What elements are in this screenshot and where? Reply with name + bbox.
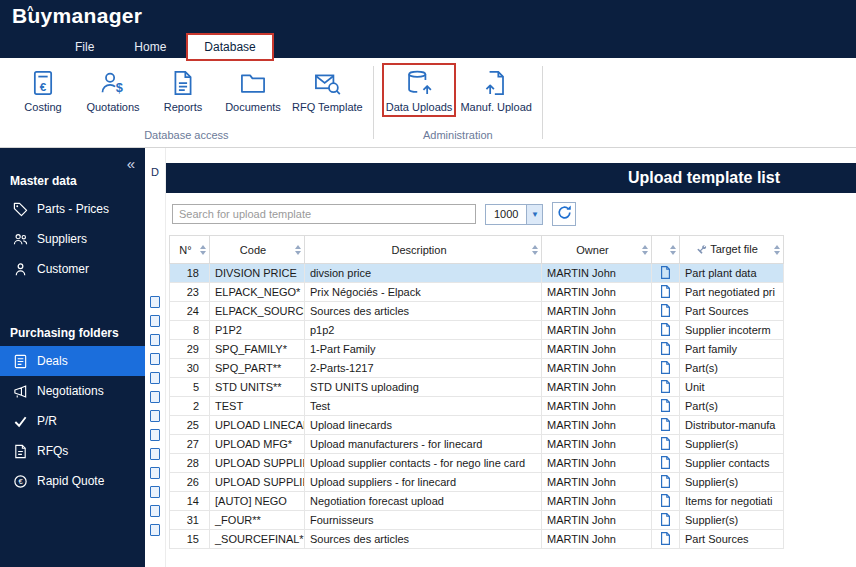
- table-row[interactable]: 30SPQ_PART**2-Parts-1217MARTIN JohnPart(…: [170, 359, 784, 378]
- cell-target-file: Items for negotiati: [680, 492, 784, 511]
- strip-icon[interactable]: [150, 467, 160, 479]
- top-header: Buymanager ^ File Home Database: [0, 0, 856, 58]
- file-icon[interactable]: [660, 285, 671, 298]
- menu-database[interactable]: Database: [186, 33, 273, 61]
- column-header-target-file[interactable]: Target file: [680, 236, 784, 264]
- strip-icon[interactable]: [150, 486, 160, 498]
- ribbon-documents-button[interactable]: Documents: [218, 63, 288, 117]
- cell-file: [652, 321, 680, 340]
- menu-file[interactable]: File: [55, 33, 114, 61]
- sidebar-item-pr[interactable]: P/R: [0, 406, 145, 436]
- table-row[interactable]: 5STD UNITS**STD UNITS uploadingMARTIN Jo…: [170, 378, 784, 397]
- ribbon-reports-button[interactable]: Reports: [148, 63, 218, 117]
- strip-icon[interactable]: [150, 315, 160, 327]
- file-icon[interactable]: [660, 361, 671, 374]
- ribbon-data-uploads-button[interactable]: Data Uploads: [382, 63, 457, 117]
- sidebar-item-rapid-quote[interactable]: € Rapid Quote: [0, 466, 145, 496]
- column-header-description[interactable]: Description: [305, 236, 542, 264]
- sidebar-item-suppliers[interactable]: Suppliers: [0, 224, 145, 254]
- file-icon[interactable]: [660, 494, 671, 507]
- column-header-n[interactable]: N°: [170, 236, 210, 264]
- sidebar-item-parts-prices[interactable]: Parts - Prices: [0, 194, 145, 224]
- cell-owner: MARTIN John: [542, 283, 652, 302]
- file-icon[interactable]: [660, 456, 671, 469]
- strip-icon[interactable]: [150, 410, 160, 422]
- ribbon-quotations-button[interactable]: $ Quotations: [78, 63, 148, 117]
- ribbon-label: Manuf. Upload: [460, 101, 532, 113]
- cell-description: Upload supplier contacts - for nego line…: [305, 454, 542, 473]
- menu-home[interactable]: Home: [114, 33, 186, 61]
- table-row[interactable]: 2TESTTestMARTIN JohnPart(s): [170, 397, 784, 416]
- column-label: Owner: [576, 244, 608, 256]
- cell-target-file: Supplier contacts: [680, 454, 784, 473]
- sidebar-item-negotiations[interactable]: Negotiations: [0, 376, 145, 406]
- file-icon[interactable]: [660, 418, 671, 431]
- file-icon[interactable]: [660, 475, 671, 488]
- table-row[interactable]: 31_FOUR**FournisseursMARTIN JohnSupplier…: [170, 511, 784, 530]
- cell-file: [652, 397, 680, 416]
- table-row[interactable]: 23ELPACK_NEGO*Prix Négociés - ElpackMART…: [170, 283, 784, 302]
- table-row[interactable]: 24ELPACK_SOURCE_Sources des articlesMART…: [170, 302, 784, 321]
- cell-target-file: Unit: [680, 378, 784, 397]
- column-header-owner[interactable]: Owner: [542, 236, 652, 264]
- ribbon-group-administration: Data Uploads Manuf. Upload Administratio…: [374, 58, 542, 147]
- column-header-file[interactable]: [652, 236, 680, 264]
- ribbon-rfq-template-button[interactable]: RFQ Template: [288, 63, 367, 117]
- strip-icon[interactable]: [150, 334, 160, 346]
- file-icon[interactable]: [660, 532, 671, 545]
- table-row[interactable]: 18DIVSION PRICEdivsion priceMARTIN JohnP…: [170, 264, 784, 283]
- ribbon-manuf-upload-button[interactable]: Manuf. Upload: [456, 63, 536, 117]
- column-header-code[interactable]: Code: [210, 236, 305, 264]
- sidebar-item-rfqs[interactable]: RFQs: [0, 436, 145, 466]
- refresh-button[interactable]: [552, 202, 576, 226]
- page-size-select[interactable]: 1000 ▼: [485, 204, 543, 225]
- strip-icon[interactable]: [150, 296, 160, 308]
- file-icon[interactable]: [660, 380, 671, 393]
- table-row[interactable]: 28UPLOAD SUPPLIERUpload supplier contact…: [170, 454, 784, 473]
- file-icon[interactable]: [660, 342, 671, 355]
- documents-icon: [238, 68, 268, 98]
- strip-icon[interactable]: [150, 391, 160, 403]
- file-icon[interactable]: [660, 399, 671, 412]
- upload-template-table: N° Code Description Owner: [169, 235, 784, 549]
- table-row[interactable]: 14[AUTO] NEGONegotiation forecast upload…: [170, 492, 784, 511]
- ribbon-label: Quotations: [86, 101, 139, 113]
- file-icon[interactable]: [660, 304, 671, 317]
- strip-icon[interactable]: [150, 372, 160, 384]
- table-row[interactable]: 26UPLOAD SUPPLIERUpload suppliers - for …: [170, 473, 784, 492]
- file-icon[interactable]: [660, 513, 671, 526]
- strip-icon[interactable]: [150, 524, 160, 536]
- collapsed-panel-tab[interactable]: D: [151, 166, 159, 182]
- file-icon[interactable]: [660, 266, 671, 279]
- cell-owner: MARTIN John: [542, 302, 652, 321]
- table-row[interactable]: 15_SOURCEFINAL*Sources des articlesMARTI…: [170, 530, 784, 549]
- sidebar-item-label: Customer: [37, 262, 89, 276]
- strip-icon[interactable]: [150, 429, 160, 441]
- reports-icon: [168, 68, 198, 98]
- panel-title: Upload template list: [628, 169, 780, 187]
- wrench-icon: [697, 244, 707, 256]
- sidebar-item-deals[interactable]: Deals: [0, 346, 145, 376]
- strip-icon[interactable]: [150, 505, 160, 517]
- table-row[interactable]: 29SPQ_FAMILY*1-Part FamilyMARTIN JohnPar…: [170, 340, 784, 359]
- cell-target-file: Part Sources: [680, 530, 784, 549]
- file-icon[interactable]: [660, 437, 671, 450]
- sidebar-collapse-button[interactable]: «: [127, 155, 135, 172]
- table-row[interactable]: 25UPLOAD LINECARIUpload linecardsMARTIN …: [170, 416, 784, 435]
- cell-file: [652, 530, 680, 549]
- svg-text:€: €: [40, 80, 47, 93]
- cell-owner: MARTIN John: [542, 416, 652, 435]
- file-icon[interactable]: [660, 323, 671, 336]
- cell-file: [652, 283, 680, 302]
- search-input[interactable]: [172, 204, 476, 224]
- table-row[interactable]: 27UPLOAD MFG*Upload manufacturers - for …: [170, 435, 784, 454]
- strip-icon[interactable]: [150, 353, 160, 365]
- rfq-template-icon: [312, 68, 342, 98]
- strip-icon[interactable]: [150, 448, 160, 460]
- cell-description: Negotiation forecast upload: [305, 492, 542, 511]
- cell-owner: MARTIN John: [542, 435, 652, 454]
- sidebar-item-customer[interactable]: Customer: [0, 254, 145, 284]
- cell-n: 8: [170, 321, 210, 340]
- ribbon-costing-button[interactable]: € Costing: [8, 63, 78, 117]
- table-row[interactable]: 8P1P2p1p2MARTIN JohnSupplier incoterm: [170, 321, 784, 340]
